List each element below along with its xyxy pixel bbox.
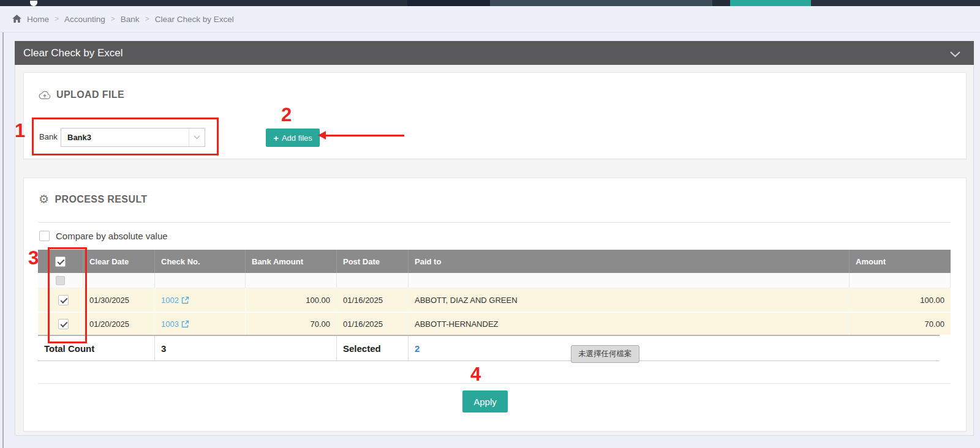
external-link-icon [181,296,189,304]
annotation-box-checkbox-column [48,247,87,343]
table-row: 01/20/2025 1003 70.00 01/16/2025 [38,312,951,335]
selected-label: Selected [337,336,409,360]
annotation-box-bank-select [32,118,219,155]
paid-to-cell: ABBOTT, DIAZ AND GREEN [409,288,850,312]
external-link-icon [181,320,189,328]
header-cell-amount: Amount [850,250,940,273]
table-row: 01/30/2025 1002 100.00 01/16/202 [38,288,951,312]
annotation-step-3: 3 [28,248,39,267]
gear-icon: ⚙ [39,193,49,205]
total-count-value: 3 [155,336,337,360]
amount-cell: 100.00 [850,288,951,312]
breadcrumb-item-bank[interactable]: Bank [121,15,140,24]
add-files-button[interactable]: + Add files [266,129,320,147]
navbar-segment [811,0,980,6]
check-no-text: 1002 [161,296,179,305]
no-file-chosen-tooltip: 未選擇任何檔案 [571,345,639,363]
filter-cell [83,273,155,288]
checks-table: Clear Date Check No. Bank Amount Post Da… [38,250,951,361]
breadcrumb-item-home[interactable]: Home [27,15,49,24]
table-header-row: Clear Date Check No. Bank Amount Post Da… [38,250,951,273]
post-date-cell: 01/16/2025 [337,288,409,312]
compare-row: Compare by absolute value [39,231,168,241]
home-icon [12,15,21,23]
compare-label: Compare by absolute value [56,231,168,241]
check-no-cell: 1002 [155,288,246,312]
header-cell-clear-date: Clear Date [83,250,155,273]
filter-cell [337,273,409,288]
page: Home > Accounting > Bank > Clear Check b… [0,0,980,448]
navbar-active-tab [730,0,811,6]
navbar-segment [407,0,490,6]
section-divider [38,383,951,384]
breadcrumb-separator: > [111,15,115,23]
breadcrumb-separator: > [145,15,149,23]
post-date-cell: 01/16/2025 [337,313,409,335]
bank-amount-cell: 100.00 [246,288,337,312]
breadcrumb: Home > Accounting > Bank > Clear Check b… [0,6,980,32]
panel-header: Clear Check by Excel [15,41,974,65]
breadcrumb-separator: > [55,15,59,23]
selected-count-value: 2 [409,336,940,360]
annotation-step-2: 2 [281,105,292,124]
header-cell-post-date: Post Date [337,250,409,273]
paid-to-cell: ABBOTT-HERNANDEZ [409,313,850,335]
plus-icon: + [273,133,279,143]
table-footer-row: Total Count 3 Selected 2 [38,335,940,361]
annotation-step-4: 4 [470,365,481,384]
clear-date-cell: 01/20/2025 [83,313,155,335]
chevron-down-icon[interactable] [950,49,960,60]
upload-file-heading-label: UPLOAD FILE [56,89,124,100]
cloud-upload-icon [39,90,51,100]
amount-cell: 70.00 [850,313,951,335]
process-result-card: ⚙ PROCESS RESULT Compare by absolute val… [23,177,967,431]
upload-file-heading: UPLOAD FILE [39,89,124,100]
breadcrumb-item-accounting[interactable]: Accounting [64,15,105,24]
filter-cell [246,273,337,288]
main-panel: Clear Check by Excel UPLOAD FILE Bank Ba… [15,41,974,436]
bank-amount-cell: 70.00 [246,313,337,335]
sidebar-edge [2,6,4,448]
filter-row [38,273,951,288]
top-navbar [0,0,980,6]
check-no-link[interactable]: 1003 [161,319,189,329]
header-cell-check-no: Check No. [155,250,246,273]
page-title: Clear Check by Excel [23,47,123,59]
annotation-step-1: 1 [15,121,25,140]
navbar-segment [490,0,712,6]
compare-checkbox[interactable] [39,231,50,241]
clear-date-cell: 01/30/2025 [83,288,155,312]
filter-cell [155,273,246,288]
annotation-arrow-line [325,135,404,136]
filter-cell [409,273,850,288]
breadcrumb-item-current: Clear Check by Excel [155,15,234,24]
header-cell-paid-to: Paid to [409,250,850,273]
check-no-link[interactable]: 1002 [161,296,189,305]
check-no-cell: 1003 [155,313,246,335]
add-files-label: Add files [282,133,312,143]
filter-cell [850,273,951,288]
check-no-text: 1003 [161,319,179,329]
navbar-segment [712,0,730,6]
process-result-heading: ⚙ PROCESS RESULT [39,193,148,205]
apply-button[interactable]: Apply [462,390,508,413]
header-cell-bank-amount: Bank Amount [246,250,337,273]
app-logo [30,1,37,6]
process-result-heading-label: PROCESS RESULT [55,194,147,205]
section-divider [38,222,951,223]
